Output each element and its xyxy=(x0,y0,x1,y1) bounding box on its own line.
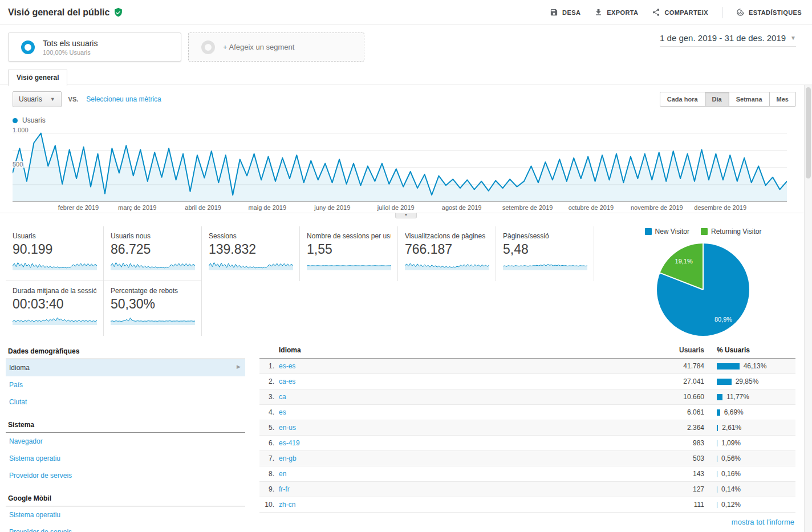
metric-select-dropdown[interactable]: Usuaris ▼ xyxy=(13,91,62,107)
chevron-down-icon: ▼ xyxy=(790,35,796,41)
row-rank: 7. xyxy=(259,454,274,462)
col-header-idioma: Idioma xyxy=(259,346,301,354)
segment-all-users[interactable]: Tots els usuaris 100,00% Usuaris xyxy=(8,33,181,62)
table-body: 1.es-es41.78446,13%2.ca-es27.04129,85%3.… xyxy=(259,359,795,513)
sidebar-section-sistema: SistemaNavegadorSistema operatiuProveïdo… xyxy=(6,416,245,484)
language-link-fr-fr[interactable]: fr-fr xyxy=(279,485,290,493)
granularity-group: Cada horaDiaSetmanaMes xyxy=(660,92,796,107)
metric-sparkline xyxy=(111,314,195,326)
scrollbar-thumb[interactable] xyxy=(806,87,811,178)
chart-expander-button[interactable]: ▼ xyxy=(395,213,417,218)
pie-slice-label: 19,1% xyxy=(675,258,693,265)
date-range-picker[interactable]: 1 de gen. 2019 - 31 de des. 2019 ▼ xyxy=(660,33,796,47)
sidebar-item-navegador[interactable]: Navegador xyxy=(6,433,245,450)
language-link-es-419[interactable]: es-419 xyxy=(279,439,300,447)
row-rank: 10. xyxy=(259,501,274,509)
metric-card-visualitzacions-de-pagines[interactable]: Visualitzacions de pàgines766.187 xyxy=(398,226,496,281)
granularity-dia[interactable]: Dia xyxy=(705,92,729,107)
metric-card-pagines-sessio[interactable]: Pàgines/sessió5,48 xyxy=(496,226,594,281)
metric-label: Pàgines/sessió xyxy=(503,232,587,240)
sidebar-section-title: Google Mòbil xyxy=(6,490,245,506)
metric-card-durada-mitjana-de-la-sessio[interactable]: Durada mitjana de la sessió00:03:40 xyxy=(6,281,104,336)
report-section: Dades demogràfiquesIdioma▶PaísCiutatSist… xyxy=(0,343,812,532)
col-header-pct-usuaris: % Usuaris xyxy=(704,346,795,354)
sidebar-item-proveidor-de-serveis[interactable]: Proveïdor de serveis xyxy=(6,467,245,484)
pct-label: 2,61% xyxy=(722,424,741,432)
insights-button[interactable]: ESTADÍSTIQUES xyxy=(736,8,802,17)
actions-divider xyxy=(722,7,722,18)
metric-value: 766.187 xyxy=(405,242,489,257)
segment-ring-icon xyxy=(21,40,35,54)
row-rank: 2. xyxy=(259,377,274,385)
row-pct: 29,85% xyxy=(704,377,795,385)
pie-slice-label: 80,9% xyxy=(714,316,732,323)
share-icon xyxy=(652,8,660,17)
timeseries-module: Usuaris 5001.000 febrer de 2019març de 2… xyxy=(0,113,812,218)
language-link-ca-es[interactable]: ca-es xyxy=(279,377,295,385)
add-segment-label: + Afegeix un segment xyxy=(223,43,294,51)
row-pct: 0,14% xyxy=(704,485,795,493)
insights-button-label: ESTADÍSTIQUES xyxy=(749,9,802,16)
pct-bar xyxy=(717,502,717,508)
visitor-pie-panel: New VisitorReturning Visitor 80,9%19,1% xyxy=(594,226,812,336)
language-link-zh-cn[interactable]: zh-cn xyxy=(279,501,295,509)
row-users: 10.660 xyxy=(624,393,704,401)
dimensions-sidebar: Dades demogràfiquesIdioma▶PaísCiutatSist… xyxy=(6,343,245,532)
row-users: 41.784 xyxy=(624,362,704,370)
metric-select-value: Usuaris xyxy=(19,95,42,103)
x-tick-label: juny de 2019 xyxy=(314,204,350,211)
y-tick-label: 500 xyxy=(13,161,25,168)
sidebar-item-sistema-operatiu[interactable]: Sistema operatiu xyxy=(6,506,245,523)
pct-bar xyxy=(717,440,717,446)
metric-card-percentatge-de-rebots[interactable]: Percentatge de rebots50,30% xyxy=(104,281,202,336)
add-segment-button[interactable]: + Afegeix un segment xyxy=(188,33,364,62)
pie-slice-divider xyxy=(703,243,704,290)
sidebar-section-google-mobil: Google MòbilSistema operatiuProveïdor de… xyxy=(6,490,245,532)
metric-card-nombre-de-sessions-per-usuari[interactable]: Nombre de sessions per usuari1,55 xyxy=(300,226,398,281)
row-pct: 2,61% xyxy=(704,424,795,432)
y-tick-label: 1.000 xyxy=(13,127,31,133)
table-row: 6.es-4199831,09% xyxy=(259,436,795,451)
language-link-ca[interactable]: ca xyxy=(279,393,286,401)
pie-slice-divider xyxy=(660,273,703,290)
language-link-en[interactable]: en xyxy=(279,470,286,478)
granularity-setmana[interactable]: Setmana xyxy=(729,92,770,107)
metric-card-usuaris-nous[interactable]: Usuaris nous86.725 xyxy=(104,226,202,281)
metric-label: Nombre de sessions per usuari xyxy=(307,232,391,240)
legend-returning-visitor: Returning Visitor xyxy=(701,228,762,235)
tab-visio-general[interactable]: Visió general xyxy=(8,70,67,86)
sidebar-item-sistema-operatiu[interactable]: Sistema operatiu xyxy=(6,450,245,467)
language-link-en-gb[interactable]: en-gb xyxy=(279,454,297,462)
language-link-en-us[interactable]: en-us xyxy=(279,424,296,432)
sidebar-item-proveidor-de-serveis[interactable]: Proveïdor de serveis xyxy=(6,523,245,532)
share-button[interactable]: COMPARTEIX xyxy=(652,8,708,17)
sidebar-item-pais[interactable]: País xyxy=(6,376,245,393)
pct-label: 0,12% xyxy=(721,501,741,509)
language-link-es[interactable]: es xyxy=(279,408,286,416)
granularity-mes[interactable]: Mes xyxy=(769,92,796,107)
metric-label: Percentatge de rebots xyxy=(111,287,194,295)
pct-bar xyxy=(717,425,718,431)
row-rank: 1. xyxy=(259,362,274,370)
save-button[interactable]: DESA xyxy=(550,8,580,17)
row-pct: 1,09% xyxy=(704,439,795,447)
vertical-scrollbar[interactable] xyxy=(804,85,812,532)
sidebar-item-ciutat[interactable]: Ciutat xyxy=(6,393,245,411)
x-tick-label: març de 2019 xyxy=(118,204,156,211)
table-footer: mostra tot l'informe xyxy=(259,513,795,531)
metric-card-usuaris[interactable]: Usuaris90.199 xyxy=(6,226,104,281)
legend-swatch-icon xyxy=(645,228,652,235)
select-metric-link[interactable]: Seleccioneu una mètrica xyxy=(86,95,161,103)
metric-value: 90.199 xyxy=(13,242,96,257)
pie-legend: New VisitorReturning Visitor xyxy=(594,228,812,235)
show-full-report-link[interactable]: mostra tot l'informe xyxy=(732,518,794,526)
granularity-cada-hora[interactable]: Cada hora xyxy=(660,92,705,107)
pct-label: 0,14% xyxy=(721,485,741,493)
export-button[interactable]: EXPORTA xyxy=(594,8,638,17)
language-link-es-es[interactable]: es-es xyxy=(279,362,295,370)
timeseries-chart: 5001.000 xyxy=(13,128,787,202)
metric-card-sessions[interactable]: Sessions139.832 xyxy=(202,226,300,281)
table-row: 7.en-gb5030,56% xyxy=(259,451,795,466)
sidebar-item-idioma[interactable]: Idioma▶ xyxy=(6,359,245,376)
x-tick-label: maig de 2019 xyxy=(248,204,286,211)
